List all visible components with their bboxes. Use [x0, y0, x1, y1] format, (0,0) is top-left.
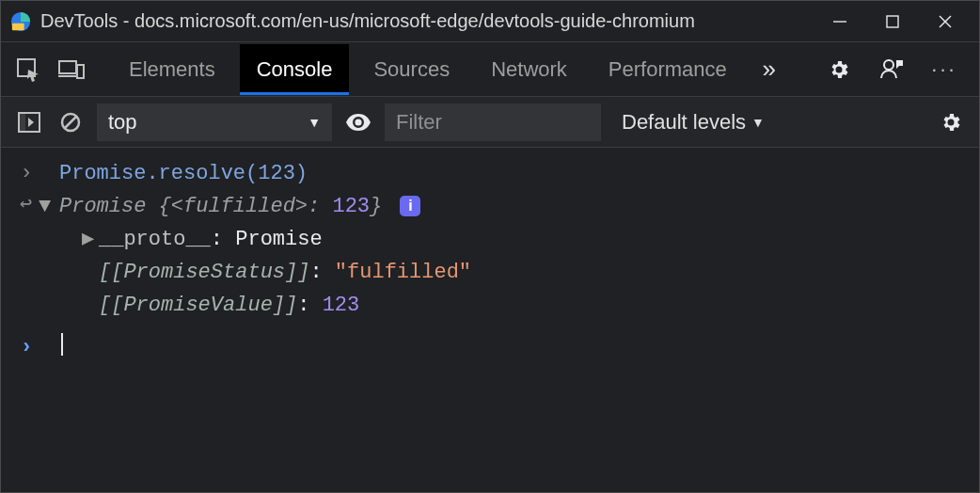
console-input-code: Promise.resolve(123): [59, 162, 308, 185]
chevron-down-icon: ▼: [751, 115, 765, 130]
tab-network[interactable]: Network: [474, 44, 584, 95]
tab-performance[interactable]: Performance: [592, 44, 744, 95]
maximize-button[interactable]: [866, 1, 919, 42]
window-titlebar: DevTools - docs.microsoft.com/en-us/micr…: [1, 1, 979, 42]
tab-elements[interactable]: Elements: [112, 44, 232, 95]
inspect-element-icon[interactable]: [10, 52, 46, 87]
log-levels-selector[interactable]: Default levels ▼: [622, 110, 765, 135]
input-chevron-icon: ›: [14, 158, 39, 189]
svg-rect-12: [19, 113, 25, 132]
prompt-chevron-icon: ›: [20, 336, 32, 359]
more-options-icon[interactable]: ···: [926, 52, 962, 87]
more-tabs-icon[interactable]: »: [751, 52, 787, 87]
promise-status-row: [[PromiseStatus]]: "fulfilled": [1, 256, 979, 289]
context-value: top: [108, 110, 137, 135]
minimize-button[interactable]: [814, 1, 866, 42]
info-icon[interactable]: i: [400, 196, 420, 216]
proto-row[interactable]: ▶__proto__: Promise: [1, 223, 979, 256]
promise-value-inline: 123: [332, 195, 370, 218]
svg-rect-1: [12, 23, 24, 29]
console-settings-icon[interactable]: [936, 107, 966, 137]
toggle-sidebar-icon[interactable]: [14, 107, 44, 137]
chevron-down-icon: ▼: [308, 115, 321, 130]
tab-console[interactable]: Console: [240, 44, 350, 95]
promise-value-value: 123: [323, 294, 360, 317]
close-button[interactable]: [919, 1, 972, 42]
filter-input[interactable]: [385, 103, 601, 141]
svg-rect-7: [59, 61, 76, 73]
app-icon: [10, 11, 31, 32]
live-expression-icon[interactable]: [343, 107, 373, 137]
feedback-icon[interactable]: [874, 52, 909, 87]
window-title: DevTools - docs.microsoft.com/en-us/micr…: [40, 10, 814, 32]
levels-label: Default levels: [622, 110, 746, 135]
promise-state-inline: fulfilled: [183, 195, 295, 218]
promise-value-key: [[PromiseValue]]: [99, 294, 297, 317]
promise-status-value: "fulfilled": [335, 261, 471, 284]
devtools-tabbar: Elements Console Sources Network Perform…: [1, 42, 979, 97]
expand-toggle-icon[interactable]: ▼: [39, 191, 59, 222]
promise-value-row: [[PromiseValue]]: 123: [1, 289, 979, 322]
svg-rect-3: [887, 16, 898, 27]
object-type: Promise: [59, 195, 146, 218]
console-result-row[interactable]: ↪ ▼ Promise {<fulfilled>: 123} i: [1, 190, 979, 223]
proto-key: __proto__: [99, 228, 211, 251]
svg-line-14: [65, 117, 76, 128]
console-output: › Promise.resolve(123) ↪ ▼ Promise {<ful…: [1, 148, 979, 374]
expand-chevron-icon[interactable]: ▶: [82, 224, 99, 255]
console-toolbar: top ▼ Default levels ▼: [1, 97, 979, 148]
tab-sources[interactable]: Sources: [356, 44, 466, 95]
console-prompt-row[interactable]: ›: [1, 331, 979, 364]
promise-status-key: [[PromiseStatus]]: [99, 261, 309, 284]
proto-value: Promise: [235, 228, 322, 251]
clear-console-icon[interactable]: [55, 107, 86, 137]
return-arrow-icon: ↪: [20, 189, 32, 220]
text-cursor: [61, 333, 63, 356]
svg-rect-9: [77, 65, 84, 78]
svg-point-10: [884, 60, 893, 70]
device-toggle-icon[interactable]: [54, 52, 89, 87]
settings-icon[interactable]: [821, 52, 857, 87]
console-input-row: › Promise.resolve(123): [1, 157, 979, 190]
context-selector[interactable]: top ▼: [97, 103, 332, 141]
